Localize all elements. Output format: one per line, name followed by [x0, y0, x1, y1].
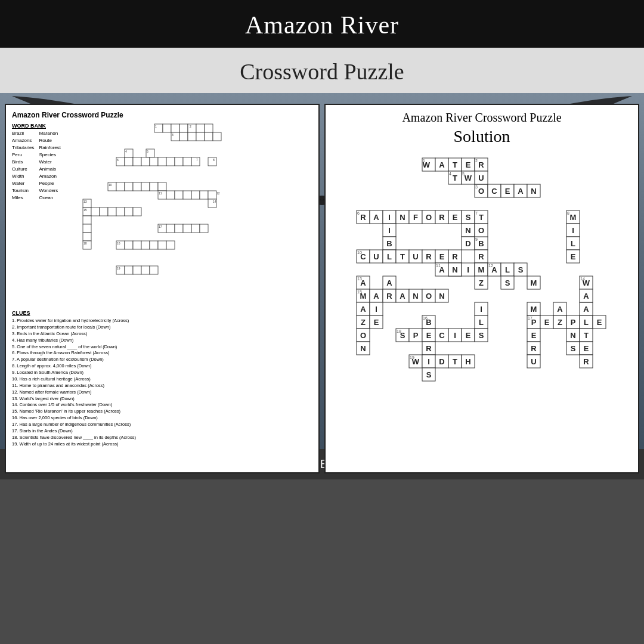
svg-rect-72: [191, 224, 200, 233]
svg-text:E: E: [466, 331, 471, 340]
svg-rect-89: [150, 266, 158, 274]
svg-rect-64: [83, 216, 91, 224]
svg-text:N: N: [413, 292, 418, 301]
svg-rect-12: [179, 132, 188, 141]
svg-rect-87: [133, 266, 141, 274]
svg-text:R: R: [478, 252, 484, 261]
svg-text:I: I: [388, 213, 391, 222]
svg-text:S: S: [466, 213, 471, 222]
svg-rect-80: [141, 241, 150, 249]
svg-text:A: A: [557, 305, 563, 314]
svg-text:3: 3: [475, 185, 478, 189]
svg-rect-25: [141, 157, 150, 166]
svg-text:L: L: [479, 318, 484, 327]
svg-text:R: R: [478, 160, 484, 169]
svg-rect-14: [196, 132, 205, 141]
svg-text:R: R: [452, 252, 458, 261]
svg-text:M: M: [360, 292, 367, 301]
svg-text:P: P: [571, 318, 576, 327]
svg-text:M: M: [531, 278, 537, 287]
svg-text:R: R: [426, 252, 432, 261]
subtitle: Crossword Puzzle: [240, 59, 404, 84]
svg-text:E: E: [466, 160, 471, 169]
panels-container: Amazon River Crossword Puzzle WORD BANK …: [0, 99, 644, 479]
svg-rect-27: [158, 157, 166, 166]
svg-text:R: R: [386, 292, 392, 301]
svg-text:M: M: [478, 265, 485, 274]
svg-text:U: U: [531, 357, 536, 366]
svg-text:18: 18: [83, 242, 87, 245]
svg-rect-59: [100, 208, 108, 216]
right-panel: Amazon River Crossword Puzzle Solution 1…: [324, 104, 639, 473]
svg-rect-41: [150, 182, 158, 191]
svg-text:2: 2: [475, 159, 478, 163]
svg-text:A: A: [373, 292, 379, 301]
svg-text:6: 6: [357, 211, 360, 215]
subtitle-bar: Crossword Puzzle: [0, 48, 644, 93]
svg-text:L: L: [584, 318, 589, 327]
svg-text:11: 11: [159, 191, 162, 195]
svg-text:E: E: [505, 187, 510, 196]
svg-rect-62: [125, 208, 133, 216]
solution-label: Solution: [454, 127, 510, 146]
svg-text:W: W: [412, 357, 420, 366]
svg-text:A: A: [360, 278, 366, 287]
svg-text:Z: Z: [361, 318, 366, 327]
svg-text:Z: Z: [479, 278, 484, 287]
svg-text:M: M: [531, 305, 537, 314]
svg-text:I: I: [467, 265, 469, 274]
word-bank-title: WORD BANK: [12, 123, 61, 129]
svg-text:B: B: [478, 239, 484, 248]
svg-text:S: S: [505, 278, 510, 287]
svg-text:6: 6: [117, 158, 119, 162]
svg-text:17: 17: [159, 225, 162, 228]
svg-text:S: S: [518, 265, 524, 274]
svg-text:D: D: [439, 357, 444, 366]
svg-rect-24: [133, 157, 141, 166]
svg-text:E: E: [531, 331, 537, 340]
svg-text:A: A: [491, 265, 497, 274]
svg-rect-63: [133, 208, 141, 216]
svg-text:4: 4: [125, 150, 127, 153]
svg-text:W: W: [423, 160, 431, 169]
word-bank: BrazilAmazonsTributariesPeruBirdsCulture…: [12, 130, 61, 202]
svg-rect-60: [108, 208, 116, 216]
svg-text:8: 8: [567, 211, 569, 215]
svg-rect-8: [196, 124, 205, 132]
svg-rect-33: [208, 157, 216, 166]
svg-text:U: U: [478, 174, 484, 182]
svg-text:14: 14: [213, 200, 216, 203]
svg-text:I: I: [375, 305, 377, 314]
svg-text:P: P: [413, 331, 419, 340]
svg-rect-9: [205, 124, 213, 132]
svg-text:W: W: [583, 278, 590, 287]
svg-text:T: T: [584, 331, 589, 340]
left-crossword-grid: 1 2 3: [77, 123, 280, 308]
svg-text:16: 16: [117, 242, 120, 245]
svg-rect-42: [158, 182, 166, 191]
svg-text:12: 12: [216, 191, 220, 195]
svg-rect-86: [125, 266, 133, 274]
svg-text:E: E: [374, 318, 379, 327]
solution-panel-title: Amazon River Crossword Puzzle: [402, 111, 561, 125]
svg-rect-38: [125, 182, 133, 191]
svg-text:I: I: [480, 305, 482, 314]
svg-text:N: N: [465, 226, 470, 235]
svg-rect-31: [191, 157, 200, 166]
svg-text:E: E: [426, 331, 432, 340]
svg-rect-37: [116, 182, 125, 191]
svg-text:7: 7: [196, 158, 198, 162]
svg-text:P: P: [531, 318, 537, 327]
svg-rect-48: [191, 191, 200, 199]
svg-text:O: O: [426, 213, 432, 222]
svg-text:B: B: [426, 318, 431, 327]
svg-rect-13: [188, 132, 196, 141]
svg-text:C: C: [360, 252, 366, 261]
svg-text:F: F: [413, 213, 418, 222]
svg-rect-23: [125, 157, 133, 166]
svg-rect-3: [163, 124, 171, 132]
svg-rect-5: [179, 124, 188, 132]
svg-text:A: A: [373, 213, 379, 222]
svg-rect-71: [183, 224, 191, 233]
svg-text:L: L: [571, 239, 575, 248]
